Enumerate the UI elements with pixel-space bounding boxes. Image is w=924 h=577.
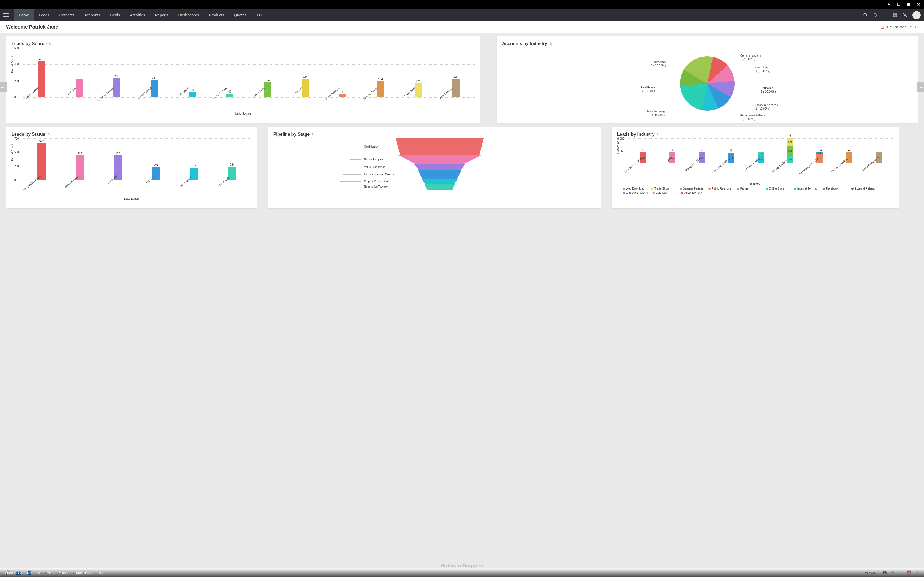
reload-icon[interactable]: ↻ — [549, 42, 552, 46]
reload-icon[interactable]: ↻ — [48, 132, 50, 136]
user-name[interactable]: Patrick Jane — [887, 25, 907, 29]
funnel-stage: Negotiation/Review — [284, 184, 595, 190]
tab-deals[interactable]: Deals — [105, 9, 125, 21]
search-icon[interactable] — [863, 13, 868, 18]
card-title: Leads by Status — [11, 132, 45, 137]
maximize-icon[interactable] — [897, 2, 901, 6]
tab-more[interactable]: ••• — [251, 9, 268, 21]
svg-rect-1 — [897, 3, 900, 6]
bar-value: 224 — [303, 75, 307, 78]
legend-dot — [653, 192, 655, 194]
svg-point-5 — [907, 4, 908, 5]
calendar-icon[interactable]: 31 — [893, 13, 898, 18]
tab-leads[interactable]: Leads — [34, 9, 54, 21]
bar-series-count: 1 — [642, 149, 644, 152]
funnel-label: Proposal/Price Quote — [364, 180, 390, 183]
bar-value: 437 — [39, 58, 44, 61]
svg-point-3 — [908, 3, 909, 4]
bar-value: 184 — [265, 79, 270, 82]
card-title: Pipeline by Stage — [273, 132, 310, 137]
card-title: Accounts by Industry — [502, 41, 547, 46]
legend-item: Advertisement — [681, 191, 706, 194]
bar-value: 194 — [378, 78, 383, 81]
y-tick: 0 — [620, 162, 622, 165]
carousel-prev[interactable]: ← — [0, 82, 7, 92]
legend-label: Cold Call — [656, 191, 667, 194]
y-tick: 400 — [14, 63, 19, 66]
tab-quotes[interactable]: Quotes — [229, 9, 251, 21]
segment-value: 194 — [788, 150, 792, 152]
y-axis-label: Record Count — [11, 56, 14, 73]
bar-series-count: 5 — [878, 149, 879, 152]
navbar-right: 31 — [863, 11, 921, 19]
reload-icon[interactable]: ↻ — [657, 132, 660, 136]
bar-value: 672 — [39, 139, 44, 142]
svg-marker-0 — [888, 3, 890, 6]
funnel-stage: Needs Analysis — [284, 155, 595, 164]
legend-label: External Referral — [855, 187, 876, 190]
reload-icon[interactable]: ↻ — [49, 42, 52, 46]
bar-series-count: 5 — [730, 149, 732, 152]
segment-value: 174 — [788, 141, 792, 143]
funnel-stage: Value Proposition — [284, 164, 595, 170]
legend-dot — [623, 192, 625, 194]
legend-label: Web Download — [626, 187, 645, 190]
play-icon[interactable] — [887, 2, 891, 6]
chevron-down-icon[interactable]: ▼ — [909, 26, 912, 29]
avatar[interactable] — [913, 11, 921, 19]
legend-label: Partner — [740, 187, 750, 190]
svg-point-9 — [908, 5, 909, 6]
tab-contacts[interactable]: Contacts — [55, 9, 79, 21]
tab-accounts[interactable]: Accounts — [79, 9, 105, 21]
bar-value: 214 — [192, 164, 197, 167]
legend-label: Advertisement — [685, 191, 702, 194]
y-tick: 0 — [14, 178, 16, 181]
tools-icon[interactable] — [903, 13, 908, 18]
y-tick: 0 — [14, 96, 16, 99]
pie-label: Education1 ( 10.00% ) — [761, 86, 776, 93]
bar-series-count: 4 — [848, 149, 850, 152]
bar-value: 224 — [454, 75, 458, 78]
hamburger-icon[interactable] — [3, 13, 9, 17]
legend-item: Cold Call — [653, 191, 677, 194]
plus-icon[interactable] — [883, 13, 888, 18]
x-axis-label: Industry — [617, 182, 893, 185]
pie-label: Government/Military1 ( 10.00% ) — [740, 114, 765, 121]
tab-dashboards[interactable]: Dashboards — [173, 9, 204, 21]
navbar: HomeLeadsContactsAccountsDealsActivities… — [0, 9, 924, 21]
reload-icon[interactable]: ↻ — [312, 132, 315, 136]
card-leads-by-source: Leads by Source↻ Record Count 0200400600… — [6, 36, 480, 123]
refresh-icon[interactable]: ↻ — [915, 25, 918, 29]
bar-series-count: 194 — [817, 149, 822, 152]
bar-series-count: 4 — [701, 149, 703, 152]
funnel-stage: Proposal/Price Quote — [284, 179, 595, 184]
chart-accounts-by-industry: Technology2 ( 20.00% )Communications1 ( … — [502, 48, 913, 119]
card-pipeline-by-stage: Pipeline by Stage↻ QualificationNeeds An… — [268, 127, 601, 208]
apps-icon[interactable] — [906, 2, 911, 6]
y-tick: 500 — [14, 151, 19, 154]
funnel-label: Needs Analysis — [364, 158, 383, 161]
bar-value: 448 — [78, 152, 82, 155]
chart-leads-by-status: Record Count 025050075067244844822421423… — [11, 139, 251, 200]
legend-item: Online Store — [766, 187, 790, 190]
chart-leads-by-source: Record Count 020040060043721923021160431… — [11, 48, 475, 115]
bar-value: 230 — [115, 75, 119, 78]
carousel-next[interactable]: → — [917, 82, 924, 92]
y-tick: 250 — [620, 150, 625, 153]
chart-leads-by-industry: Record Count 025050012192218421952113160… — [617, 139, 893, 185]
svg-point-4 — [909, 3, 910, 4]
nav-tabs: HomeLeadsContactsAccountsDealsActivities… — [14, 9, 268, 21]
bell-icon[interactable] — [873, 13, 878, 18]
svg-point-13 — [864, 13, 866, 16]
legend-label: Internal Seminar — [798, 187, 817, 190]
tab-products[interactable]: Products — [204, 9, 229, 21]
user-icon: ♙ — [881, 25, 884, 29]
bar-segment: 174 — [787, 138, 793, 146]
tab-reports[interactable]: Reports — [150, 9, 173, 21]
y-tick: 500 — [620, 137, 625, 140]
tab-activities[interactable]: Activities — [125, 9, 150, 21]
legend-dot — [681, 192, 683, 194]
legend-label: Trade Show — [654, 187, 669, 190]
tab-home[interactable]: Home — [14, 9, 34, 21]
close-icon[interactable] — [916, 2, 921, 6]
